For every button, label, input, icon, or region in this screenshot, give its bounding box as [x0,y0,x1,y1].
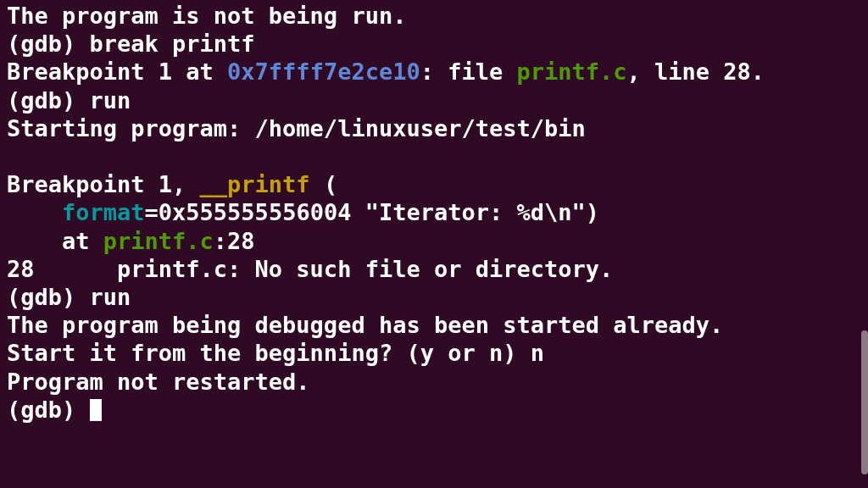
output-breakpoint-set: Breakpoint 1 at 0x7ffff7e2ce10: file pri… [7,58,861,86]
text: , line 28. [627,58,765,85]
output-not-running: The program is not being run. [7,2,861,30]
indent [7,199,62,225]
command-text: run [90,284,131,310]
function-name: __printf [200,171,310,197]
cmd-run-1: (gdb) run [7,86,861,114]
indent: at [7,228,103,254]
output-no-such-file: 28 printf.c: No such file or directory. [7,255,861,283]
prompt-current[interactable]: (gdb) [7,396,861,424]
text: ( [310,171,338,197]
output-already-started: The program being debugged has been star… [7,311,861,339]
filename: printf.c [516,58,626,85]
command-text: break printf [90,30,255,57]
output-arg-format: format=0x555555556004 "Iterator: %d\n") [7,198,861,226]
output-breakpoint-hit: Breakpoint 1, __printf ( [7,170,861,198]
text: Breakpoint 1 at [7,58,227,85]
output-starting-program: Starting program: /home/linuxuser/test/b… [7,114,861,142]
text: : file [420,58,517,85]
prompt: (gdb) [7,396,90,423]
output-at-location: at printf.c:28 [7,227,861,255]
prompt: (gdb) [7,284,90,310]
cmd-break-printf: (gdb) break printf [7,30,861,58]
param-value: =0x555555556004 "Iterator: %d\n") [145,199,599,225]
prompt-restart-confirm: Start it from the beginning? (y or n) n [7,339,861,367]
cmd-run-2: (gdb) run [7,283,861,311]
line-number: :28 [214,228,255,254]
blank-line [7,142,861,170]
address: 0x7ffff7e2ce10 [227,58,420,85]
prompt: (gdb) [7,30,90,57]
command-text: run [90,87,131,114]
scrollbar[interactable] [861,330,868,474]
text: Breakpoint 1, [7,171,200,197]
filename: printf.c [103,228,214,254]
output-not-restarted: Program not restarted. [7,368,861,396]
cursor-icon [90,399,102,421]
param-name: format [62,199,145,225]
prompt: (gdb) [7,87,90,114]
